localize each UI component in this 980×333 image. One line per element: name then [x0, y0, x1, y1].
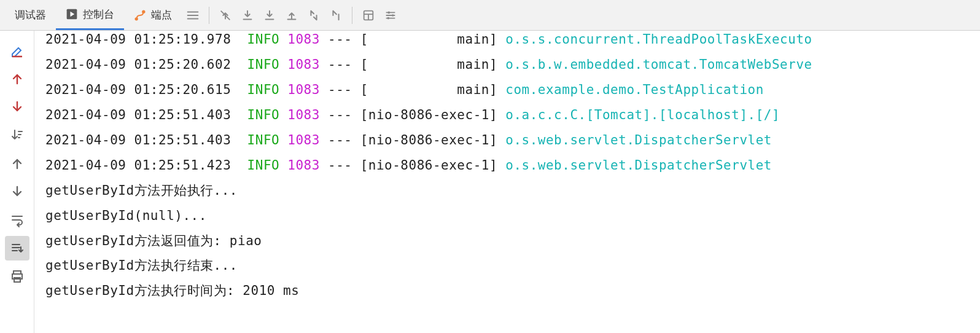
log-level: INFO	[247, 82, 280, 97]
log-timestamp: 2021-04-09 01:25:20.615	[45, 82, 231, 97]
toolbar-separator	[209, 7, 209, 24]
log-thread: [nio-8086-exec-1]	[360, 133, 497, 147]
log-level: INFO	[247, 108, 280, 122]
log-level: INFO	[247, 158, 280, 173]
tab-endpoints-label: 端点	[151, 8, 172, 22]
log-pid: 1083	[287, 108, 320, 122]
log-timestamp: 2021-04-09 01:25:51.403	[45, 133, 231, 147]
settings-sliders-icon[interactable]	[379, 4, 402, 26]
log-timestamp: 2021-04-09 01:25:51.423	[45, 158, 231, 173]
log-logger: o.a.c.c.C.[Tomcat].[localhost].[/]	[505, 108, 780, 122]
log-line: 2021-04-09 01:25:51.403 INFO 1083 --- [n…	[45, 128, 969, 153]
log-level: INFO	[247, 133, 280, 147]
swap-icon[interactable]	[303, 4, 325, 26]
upload-icon[interactable]	[281, 4, 303, 26]
log-plain-line: getUserById方法执行结束...	[45, 253, 969, 278]
arrow-up-icon[interactable]	[5, 66, 29, 91]
log-line: 2021-04-09 01:25:51.403 INFO 1083 --- [n…	[45, 103, 969, 128]
tab-console-label: 控制台	[83, 7, 114, 22]
log-plain-line: getUserById(null)...	[45, 203, 969, 229]
log-level: INFO	[247, 32, 280, 47]
side-toolbar	[0, 31, 34, 333]
log-thread: [nio-8086-exec-1]	[360, 108, 497, 122]
tab-debugger[interactable]: 调试器	[5, 0, 56, 30]
log-thread: [nio-8086-exec-1]	[360, 158, 497, 173]
toolbar-separator-2	[352, 7, 352, 24]
log-dash: ---	[328, 57, 352, 72]
edit-icon[interactable]	[5, 38, 29, 63]
console-run-icon	[66, 8, 78, 20]
log-dash: ---	[328, 108, 352, 122]
log-logger: o.s.web.servlet.DispatcherServlet	[505, 158, 772, 173]
sort-down-icon[interactable]	[5, 123, 29, 147]
arrow-up-gray-icon[interactable]	[5, 151, 29, 176]
log-dash: ---	[328, 32, 352, 47]
log-thread: [ main]	[360, 57, 497, 72]
log-logger: o.s.b.w.embedded.tomcat.TomcatWebServe	[505, 57, 812, 72]
log-plain-line: getUserById方法开始执行...	[45, 178, 969, 203]
svg-point-7	[387, 11, 390, 14]
svg-point-8	[392, 14, 394, 17]
log-line: 2021-04-09 01:25:20.615 INFO 1083 --- [ …	[45, 77, 969, 103]
log-level: INFO	[247, 57, 280, 72]
log-timestamp: 2021-04-09 01:25:19.978	[45, 32, 231, 47]
main-area: 2021-04-09 01:25:19.978 INFO 1083 --- [ …	[0, 31, 980, 333]
log-line: 2021-04-09 01:25:19.978 INFO 1083 --- [ …	[45, 31, 969, 52]
svg-point-9	[387, 17, 390, 19]
log-pid: 1083	[287, 57, 320, 72]
tab-debugger-label: 调试器	[15, 8, 46, 22]
log-timestamp: 2021-04-09 01:25:20.602	[45, 57, 231, 72]
console-output[interactable]: 2021-04-09 01:25:19.978 INFO 1083 --- [ …	[34, 31, 980, 333]
log-pid: 1083	[287, 158, 320, 173]
log-line: 2021-04-09 01:25:51.423 INFO 1083 --- [n…	[45, 153, 969, 178]
log-dash: ---	[328, 158, 352, 173]
endpoints-icon	[134, 9, 146, 22]
top-toolbar: 调试器 控制台 端点	[0, 0, 980, 31]
download-icon-1[interactable]	[236, 4, 259, 26]
log-thread: [ main]	[360, 82, 497, 97]
log-dash: ---	[328, 133, 352, 147]
print-icon[interactable]	[5, 264, 29, 289]
arrow-down-icon[interactable]	[5, 95, 29, 119]
log-thread: [ main]	[360, 32, 497, 47]
download-icon-2[interactable]	[259, 4, 281, 26]
log-line: 2021-04-09 01:25:20.602 INFO 1083 --- [ …	[45, 52, 969, 77]
log-pid: 1083	[287, 82, 320, 97]
log-logger: o.s.web.servlet.DispatcherServlet	[505, 133, 772, 147]
calculator-icon[interactable]	[357, 4, 379, 26]
scroll-to-end-icon[interactable]	[5, 236, 29, 261]
log-pid: 1083	[287, 32, 320, 47]
log-timestamp: 2021-04-09 01:25:51.403	[45, 108, 231, 122]
log-plain-line: getUserById方法返回值为: piao	[45, 229, 969, 254]
log-logger: o.s.s.concurrent.ThreadPoolTaskExecuto	[505, 32, 812, 47]
tab-console[interactable]: 控制台	[56, 0, 124, 30]
tab-endpoints[interactable]: 端点	[124, 0, 182, 30]
menu-lines-icon[interactable]	[182, 4, 204, 26]
up-strike-icon[interactable]	[214, 4, 236, 26]
log-pid: 1083	[287, 133, 320, 147]
log-logger: com.example.demo.TestApplication	[505, 82, 764, 97]
log-dash: ---	[328, 82, 352, 97]
wrap-icon[interactable]	[5, 208, 29, 232]
cursor-down-icon[interactable]	[325, 4, 347, 26]
log-plain-line: getUserById方法执行时间为: 2010 ms	[45, 278, 969, 304]
arrow-down-gray-icon[interactable]	[5, 179, 29, 204]
